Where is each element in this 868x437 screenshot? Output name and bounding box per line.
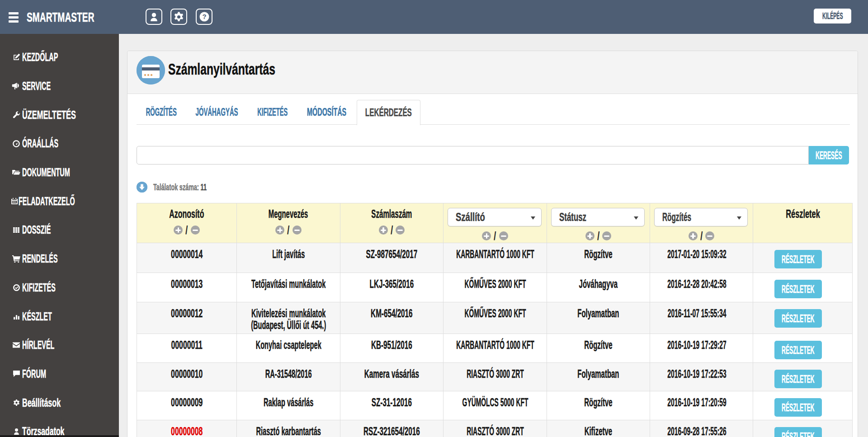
svg-text:?: ? (202, 13, 206, 20)
